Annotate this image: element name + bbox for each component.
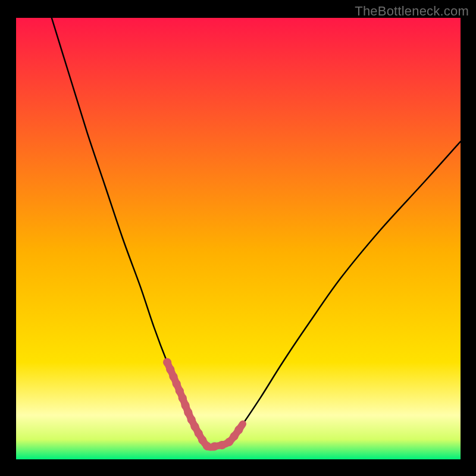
watermark-text: TheBottleneck.com <box>355 4 469 19</box>
chart-svg <box>16 18 461 459</box>
chart-frame: TheBottleneck.com <box>0 0 476 476</box>
gradient-background <box>16 18 461 459</box>
plot-area <box>16 18 461 459</box>
